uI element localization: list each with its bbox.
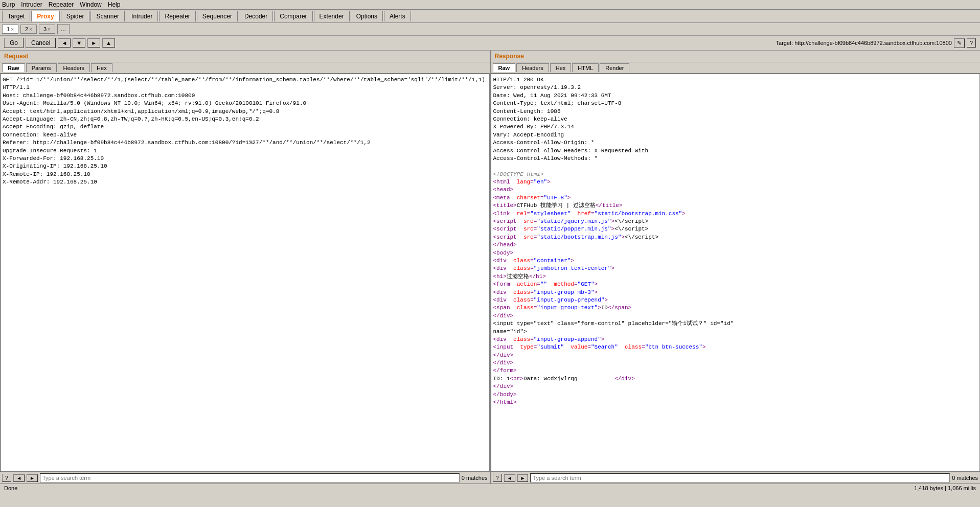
nav-back[interactable]: ◄ (58, 38, 71, 48)
subtab-1[interactable]: 1 × (2, 25, 18, 34)
main-content: Request Raw Params Headers Hex GET /?id=… (0, 51, 980, 483)
tab-spider[interactable]: Spider (61, 11, 90, 21)
request-search-prev[interactable]: ◄ (13, 474, 25, 482)
tab-repeater[interactable]: Repeater (159, 11, 195, 21)
menu-window[interactable]: Window (80, 1, 102, 8)
response-search-input[interactable] (530, 473, 950, 482)
tab-extender[interactable]: Extender (314, 11, 350, 21)
subtab-2-label: 2 (25, 26, 28, 32)
response-tab-hex[interactable]: Hex (550, 63, 572, 72)
menu-intruder[interactable]: Intruder (21, 1, 42, 8)
tab-options[interactable]: Options (351, 11, 383, 21)
response-tab-render[interactable]: Render (600, 63, 629, 72)
request-content[interactable]: GET /?id=-1/**/union/**/select/**/1,(sel… (0, 74, 490, 472)
response-content[interactable]: HTTP/1.1 200 OK Server: openresty/1.19.3… (491, 74, 981, 472)
menubar: Burp Intruder Repeater Window Help (0, 0, 980, 10)
subtab-2[interactable]: 2 × (20, 25, 37, 34)
tab-target[interactable]: Target (2, 11, 30, 21)
subtab-2-close[interactable]: × (29, 27, 32, 32)
subtab-more[interactable]: ... (57, 24, 70, 34)
nav-down[interactable]: ▼ (73, 38, 85, 48)
request-search-matches: 0 matches (462, 475, 488, 481)
request-tab-headers[interactable]: Headers (58, 63, 90, 72)
toolbar: Go Cancel ◄ ▼ ► ▲ Target: http://challen… (0, 36, 980, 51)
statusbar: Done 1,418 bytes | 1,066 millis (0, 483, 980, 492)
cancel-button[interactable]: Cancel (26, 38, 56, 48)
tab-proxy[interactable]: Proxy (31, 11, 59, 21)
response-search-bar: ? ◄ ► 0 matches (491, 472, 981, 483)
go-button[interactable]: Go (4, 38, 24, 48)
tab-scanner[interactable]: Scanner (90, 11, 125, 21)
response-content-wrapper: HTTP/1.1 200 OK Server: openresty/1.19.3… (491, 74, 981, 472)
tab-decoder[interactable]: Decoder (239, 11, 273, 21)
subtab-1-close[interactable]: × (11, 27, 14, 32)
edit-target-button[interactable]: ✎ (954, 38, 965, 48)
tab-sequencer[interactable]: Sequencer (197, 11, 238, 21)
menu-help[interactable]: Help (108, 1, 121, 8)
request-search-next[interactable]: ► (27, 474, 38, 482)
request-search-bar: ? ◄ ► 0 matches (0, 472, 490, 483)
response-tab-headers[interactable]: Headers (516, 63, 549, 72)
response-tab-html[interactable]: HTML (572, 63, 599, 72)
response-pane: Response Raw Headers Hex HTML Render HTT… (491, 51, 981, 483)
request-tab-params[interactable]: Params (26, 63, 57, 72)
request-search-help[interactable]: ? (2, 474, 11, 482)
request-tab-hex[interactable]: Hex (91, 63, 112, 72)
subtab-1-label: 1 (7, 26, 10, 32)
request-tabs: Raw Params Headers Hex (0, 62, 490, 74)
response-tab-raw[interactable]: Raw (493, 63, 516, 72)
response-tabs: Raw Headers Hex HTML Render (491, 62, 981, 74)
tab-comparer[interactable]: Comparer (274, 11, 312, 21)
tab-intruder[interactable]: Intruder (126, 11, 158, 21)
target-label: Target: http://challenge-bf09b84c446b897… (776, 40, 952, 46)
nav-up[interactable]: ▲ (102, 38, 115, 48)
response-title: Response (491, 51, 981, 62)
request-tab-raw[interactable]: Raw (2, 63, 25, 72)
menu-burp[interactable]: Burp (2, 1, 15, 8)
subtabbar: 1 × 2 × 3 × ... (0, 23, 980, 36)
main-tabbar: Target Proxy Spider Scanner Intruder Rep… (0, 10, 980, 23)
request-title: Request (0, 51, 490, 62)
request-content-wrapper: GET /?id=-1/**/union/**/select/**/1,(sel… (0, 74, 490, 472)
request-search-input[interactable] (40, 473, 460, 482)
subtab-3-close[interactable]: × (48, 27, 51, 32)
response-search-matches: 0 matches (952, 475, 978, 481)
response-search-prev[interactable]: ◄ (504, 474, 515, 482)
request-pane: Request Raw Params Headers Hex GET /?id=… (0, 51, 491, 483)
status-text: Done (4, 485, 17, 491)
response-search-next[interactable]: ► (517, 474, 529, 482)
help-target-button[interactable]: ? (967, 38, 976, 48)
menu-repeater[interactable]: Repeater (49, 1, 74, 8)
subtab-3[interactable]: 3 × (39, 25, 55, 34)
subtab-3-label: 3 (43, 26, 47, 32)
tab-alerts[interactable]: Alerts (384, 11, 411, 21)
response-search-help[interactable]: ? (493, 474, 502, 482)
nav-forward[interactable]: ► (87, 38, 100, 48)
status-info: 1,418 bytes | 1,066 millis (914, 485, 976, 491)
